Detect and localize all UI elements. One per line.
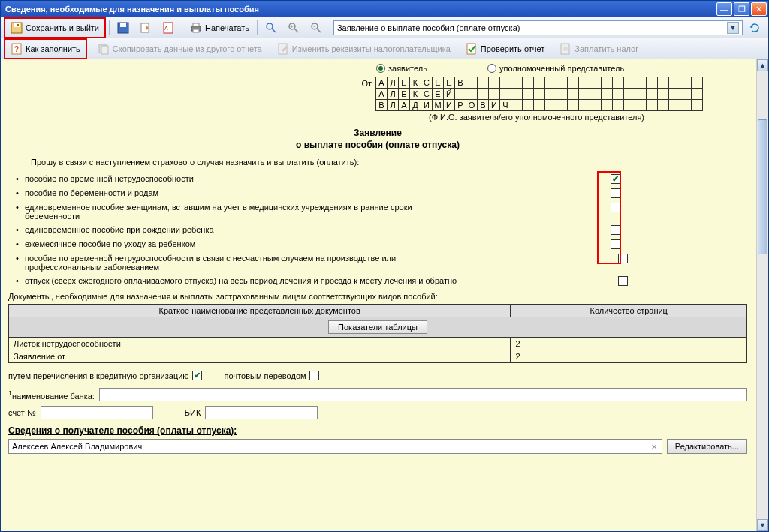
check-report-button[interactable]: Проверить отчет xyxy=(461,41,550,57)
zoom-in-button[interactable]: + xyxy=(283,20,304,36)
letter-cell[interactable] xyxy=(544,99,556,111)
letter-cell[interactable] xyxy=(680,99,692,111)
letter-cell[interactable]: Й xyxy=(443,88,455,100)
letter-cell[interactable]: Р xyxy=(454,99,466,111)
letter-cell[interactable] xyxy=(522,99,534,111)
save-exit-button[interactable]: Сохранить и выйти xyxy=(6,20,104,36)
letter-cell[interactable] xyxy=(556,88,568,100)
letter-cell[interactable] xyxy=(691,88,703,100)
pay-post-checkbox[interactable] xyxy=(309,371,319,380)
letter-cell[interactable] xyxy=(657,77,669,89)
letter-cell[interactable] xyxy=(612,99,624,111)
letter-cell[interactable]: Е xyxy=(443,77,455,89)
letter-cell[interactable]: А xyxy=(398,99,410,111)
scroll-thumb[interactable] xyxy=(758,119,767,254)
zoom-tool-button[interactable] xyxy=(261,20,282,36)
letter-cell[interactable] xyxy=(522,88,534,100)
section-dropdown[interactable]: Заявление о выплате пособия (оплате отпу… xyxy=(333,20,743,35)
letter-cell[interactable] xyxy=(499,77,511,89)
letter-cell[interactable] xyxy=(668,88,680,100)
how-fill-button[interactable]: ? Как заполнить xyxy=(6,41,85,57)
letter-cell[interactable]: В xyxy=(375,99,388,111)
letter-cell[interactable] xyxy=(646,77,658,89)
letter-cell[interactable] xyxy=(601,77,613,89)
edit-recipient-button[interactable]: Редактировать... xyxy=(667,439,747,454)
letter-cell[interactable] xyxy=(612,88,624,100)
letter-cell[interactable]: Л xyxy=(387,88,399,100)
letter-cell[interactable]: О xyxy=(466,99,478,111)
letter-cell[interactable] xyxy=(646,99,658,111)
letter-cell[interactable] xyxy=(477,88,489,100)
letter-cell[interactable] xyxy=(680,77,692,89)
letter-cell[interactable]: Ч xyxy=(499,99,511,111)
letter-cell[interactable] xyxy=(657,88,669,100)
bik-input[interactable] xyxy=(205,406,318,419)
letter-cell[interactable] xyxy=(511,88,523,100)
letter-cell[interactable] xyxy=(511,77,523,89)
radio-applicant[interactable]: заявитель xyxy=(376,64,427,73)
show-table-button[interactable]: Показатели таблицы xyxy=(328,320,427,334)
print-button[interactable]: Напечатать xyxy=(185,20,254,36)
letter-cell[interactable]: Е xyxy=(432,88,444,100)
letter-cell[interactable]: Е xyxy=(398,77,410,89)
letter-cell[interactable] xyxy=(533,77,545,89)
letter-cell[interactable] xyxy=(544,88,556,100)
letter-cell[interactable]: К xyxy=(409,77,421,89)
scroll-up-icon[interactable]: ▲ xyxy=(757,59,768,71)
letter-cell[interactable]: М xyxy=(432,99,444,111)
letter-cell[interactable]: Е xyxy=(398,88,410,100)
letter-cell[interactable] xyxy=(691,99,703,111)
export-button[interactable] xyxy=(135,20,156,36)
letter-cell[interactable] xyxy=(567,77,579,89)
letter-cell[interactable] xyxy=(488,88,500,100)
letter-cell[interactable] xyxy=(601,99,613,111)
letter-cell[interactable] xyxy=(590,77,602,89)
letter-cell[interactable]: Л xyxy=(387,99,399,111)
clear-icon[interactable]: ✕ xyxy=(650,443,659,451)
letter-cell[interactable] xyxy=(578,99,590,111)
letter-cell[interactable] xyxy=(533,88,545,100)
benefit-checkbox[interactable] xyxy=(618,276,628,286)
refresh-button[interactable] xyxy=(744,20,765,36)
letter-cell[interactable] xyxy=(623,77,635,89)
letter-cell[interactable] xyxy=(623,99,635,111)
letter-cell[interactable]: К xyxy=(409,88,421,100)
letter-cell[interactable]: С xyxy=(421,77,433,89)
letter-cell[interactable] xyxy=(646,88,658,100)
minimize-button[interactable]: — xyxy=(716,2,732,16)
letter-cell[interactable] xyxy=(544,77,556,89)
pdf-button[interactable]: A xyxy=(158,20,179,36)
letter-cell[interactable]: А xyxy=(375,77,388,89)
maximize-button[interactable]: ❐ xyxy=(734,2,749,16)
letter-cell[interactable] xyxy=(635,88,647,100)
letter-cell[interactable]: И xyxy=(443,99,455,111)
letter-cell[interactable] xyxy=(522,77,534,89)
letter-cell[interactable] xyxy=(668,77,680,89)
letter-cell[interactable] xyxy=(567,99,579,111)
letter-cell[interactable]: А xyxy=(375,88,388,100)
letter-cell[interactable] xyxy=(466,77,478,89)
close-button[interactable]: ✕ xyxy=(751,2,767,16)
letter-cell[interactable] xyxy=(612,77,624,89)
letter-cell[interactable]: Е xyxy=(432,77,444,89)
letter-cell[interactable] xyxy=(601,88,613,100)
letter-cell[interactable]: Д xyxy=(409,99,421,111)
letter-cell[interactable] xyxy=(590,99,602,111)
letter-cell[interactable] xyxy=(657,99,669,111)
save-button[interactable] xyxy=(113,20,134,36)
recipient-input[interactable]: Алексеев Алексей Владимирович ✕ xyxy=(8,439,662,454)
radio-representative[interactable]: уполномоченный представитель xyxy=(487,64,624,73)
letter-cell[interactable] xyxy=(499,88,511,100)
letter-cell[interactable]: В xyxy=(454,77,466,89)
letter-cell[interactable] xyxy=(556,77,568,89)
letter-cell[interactable] xyxy=(635,77,647,89)
scrollbar[interactable]: ▲ ▼ xyxy=(756,59,768,531)
letter-cell[interactable]: И xyxy=(421,99,433,111)
letter-cell[interactable] xyxy=(477,77,489,89)
letter-cell[interactable] xyxy=(691,77,703,89)
letter-cell[interactable] xyxy=(567,88,579,100)
letter-cell[interactable] xyxy=(466,88,478,100)
letter-cell[interactable] xyxy=(488,77,500,89)
letter-cell[interactable]: И xyxy=(488,99,500,111)
letter-cell[interactable] xyxy=(533,99,545,111)
